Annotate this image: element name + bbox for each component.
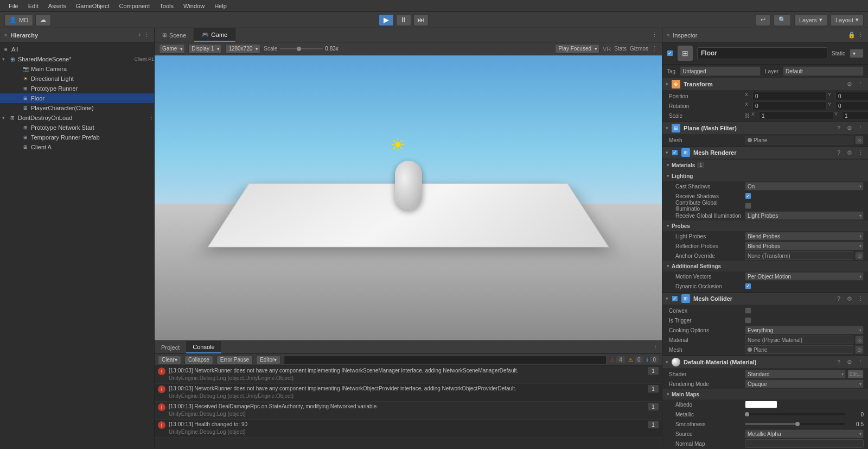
cast-shadows-dropdown[interactable]: On: [745, 182, 864, 191]
meshcollider-header[interactable]: ▾ ✓ ⊞ Mesh Collider ? ⚙ ⋮: [662, 293, 868, 305]
meshrenderer-enabled-checkbox[interactable]: ✓: [672, 149, 678, 156]
hierarchy-item-clienta[interactable]: ⊞ Client A: [0, 142, 154, 152]
hierarchy-item-prototypenetworkstart[interactable]: ⊞ Prototype Network Start: [0, 123, 154, 132]
meshcollider-more-btn[interactable]: ⋮: [856, 294, 865, 303]
metallic-slider[interactable]: [745, 413, 845, 415]
play-focused-dropdown[interactable]: Play Focused: [555, 44, 599, 54]
material-header[interactable]: ▾ Default-Material (Material) ? ⚙ ⋮: [662, 356, 868, 368]
log-entry-3[interactable]: ! [13:00:13] Health changed to: 90 Unity…: [155, 420, 662, 438]
menu-edit[interactable]: Edit: [24, 2, 43, 10]
reflection-probes-dropdown[interactable]: Blend Probes: [745, 242, 864, 250]
is-trigger-checkbox[interactable]: [745, 317, 751, 324]
rendering-mode-dropdown[interactable]: Opaque: [745, 380, 864, 388]
collider-material-target-btn[interactable]: ⊙: [855, 336, 864, 344]
inspector-lock-btn[interactable]: 🔒: [848, 31, 856, 39]
cooking-options-dropdown[interactable]: Everything: [745, 326, 864, 334]
log-entry-2[interactable]: ! [13:00:13] Received DealDamageRpc on S…: [155, 402, 662, 420]
anchor-override-target-btn[interactable]: ⊙: [855, 251, 864, 260]
tab-project[interactable]: Project: [155, 341, 186, 353]
hierarchy-item-dontdestroyonload[interactable]: ▾ ⊞ DontDestroyOnLoad ⋮: [0, 113, 154, 123]
object-name-field[interactable]: Floor: [697, 47, 827, 59]
cloud-btn[interactable]: ☁: [35, 14, 51, 26]
layers-btn[interactable]: Layers ▾: [794, 14, 827, 26]
light-probes-dropdown[interactable]: Blend Probes: [745, 232, 864, 241]
menu-assets[interactable]: Assets: [44, 2, 71, 10]
albedo-color[interactable]: [745, 401, 777, 408]
scale-track[interactable]: [279, 48, 323, 49]
clear-btn[interactable]: Clear ▾: [158, 356, 181, 364]
source-dropdown[interactable]: Metallic Alpha: [745, 429, 864, 438]
tab-game[interactable]: 🎮 Game: [194, 28, 235, 42]
meshcollider-settings-btn[interactable]: ⚙: [845, 294, 854, 303]
hierarchy-item-floor[interactable]: ⊞ Floor: [0, 93, 154, 103]
convex-checkbox[interactable]: [745, 307, 751, 314]
display-dropdown[interactable]: Display 1: [188, 44, 222, 54]
hierarchy-item-prototyperunner[interactable]: ⊞ Prototype Runner: [0, 84, 154, 93]
meshcollider-enabled-checkbox[interactable]: ✓: [672, 295, 678, 302]
pos-x-input[interactable]: [752, 92, 827, 100]
receive-shadows-checkbox[interactable]: ✓: [745, 193, 751, 199]
hierarchy-item-all[interactable]: ≡ All: [0, 45, 154, 54]
meshfilter-header[interactable]: ▾ ⊞ Plane (Mesh Filter) ? ⚙ ⋮: [662, 122, 868, 134]
editor-btn[interactable]: Editor ▾: [256, 356, 280, 364]
mesh-target-btn[interactable]: ⊙: [855, 136, 864, 144]
rot-x-input[interactable]: [752, 102, 827, 110]
object-active-checkbox[interactable]: ✓: [667, 50, 673, 56]
smoothness-slider[interactable]: [745, 423, 845, 425]
undo-btn[interactable]: ↩: [756, 14, 770, 26]
error-pause-btn[interactable]: Error Pause: [216, 356, 253, 364]
probes-section[interactable]: ▾ Probes: [662, 220, 868, 231]
tab-console[interactable]: Console: [186, 341, 221, 353]
scale-x-input[interactable]: [759, 111, 833, 120]
tag-dropdown[interactable]: Untagged: [680, 66, 761, 76]
layer-dropdown[interactable]: Default: [783, 66, 864, 76]
tab-scene[interactable]: ⊞ Scene: [155, 28, 194, 42]
menu-component[interactable]: Component: [114, 2, 154, 10]
menu-tools[interactable]: Tools: [155, 2, 178, 10]
meshfilter-settings-btn[interactable]: ⚙: [845, 124, 854, 132]
meshrenderer-question-btn[interactable]: ?: [834, 148, 843, 157]
log-entry-0[interactable]: ! [13:00:03] NetworkRunner does not have…: [155, 366, 662, 384]
pos-y-input[interactable]: [835, 92, 868, 100]
game-dropdown[interactable]: Game: [159, 44, 185, 54]
shader-dropdown[interactable]: Standard: [745, 370, 846, 378]
inspector-more-btn[interactable]: ⋮: [858, 31, 864, 39]
step-button[interactable]: ⏭: [413, 14, 429, 26]
console-more-btn[interactable]: ⋮: [653, 344, 659, 351]
collapse-btn[interactable]: Collapse: [184, 356, 213, 364]
meshrenderer-settings-btn[interactable]: ⚙: [845, 148, 854, 157]
hierarchy-item-sharedmodescene[interactable]: ▾ ⊞ SharedModeScene* Client P1: [0, 54, 154, 64]
hierarchy-more-btn[interactable]: ⋮: [144, 31, 150, 39]
account-btn[interactable]: 👤 MD: [4, 14, 33, 26]
scale-y-input[interactable]: [842, 111, 868, 120]
rot-y-input[interactable]: [835, 102, 868, 110]
transform-more-btn[interactable]: ⋮: [856, 80, 865, 88]
vr-btn[interactable]: VR: [603, 46, 611, 52]
material-question-btn[interactable]: ?: [834, 358, 843, 366]
stats-btn[interactable]: Stats: [614, 46, 627, 52]
resolution-dropdown[interactable]: 1280x720: [225, 44, 260, 54]
log-entry-1[interactable]: ! [13:00:03] NetworkRunner does not have…: [155, 384, 662, 402]
transform-settings-btn[interactable]: ⚙: [845, 80, 854, 88]
meshcollider-question-btn[interactable]: ?: [834, 294, 843, 303]
menu-help[interactable]: Help: [210, 2, 231, 10]
gameview-more-btn[interactable]: ⋮: [652, 45, 658, 52]
pause-button[interactable]: ⏸: [396, 14, 411, 26]
hierarchy-add-btn[interactable]: +: [138, 31, 142, 39]
scale-slider[interactable]: Scale 0.83x: [264, 46, 338, 52]
menu-window[interactable]: Window: [179, 2, 209, 10]
shader-edit-btn[interactable]: Edit...: [847, 370, 864, 378]
lighting-section[interactable]: ▾ Lighting: [662, 170, 868, 181]
material-more-btn[interactable]: ⋮: [856, 358, 865, 366]
hierarchy-item-playercharacter[interactable]: ⊞ PlayerCharacter(Clone): [0, 103, 154, 113]
menu-gameobject[interactable]: GameObject: [72, 2, 114, 10]
menu-file[interactable]: File: [4, 2, 23, 10]
static-dropdown[interactable]: ▾: [850, 49, 864, 58]
materials-section[interactable]: ▾ Materials 1: [662, 160, 868, 170]
dynamic-occlusion-checkbox[interactable]: ✓: [745, 283, 751, 289]
search-btn[interactable]: 🔍: [774, 14, 791, 26]
gizmos-btn[interactable]: Gizmos: [630, 46, 648, 52]
motion-vectors-dropdown[interactable]: Per Object Motion: [745, 272, 864, 281]
meshrenderer-more-btn[interactable]: ⋮: [856, 148, 865, 157]
layout-btn[interactable]: Layout ▾: [831, 14, 864, 26]
